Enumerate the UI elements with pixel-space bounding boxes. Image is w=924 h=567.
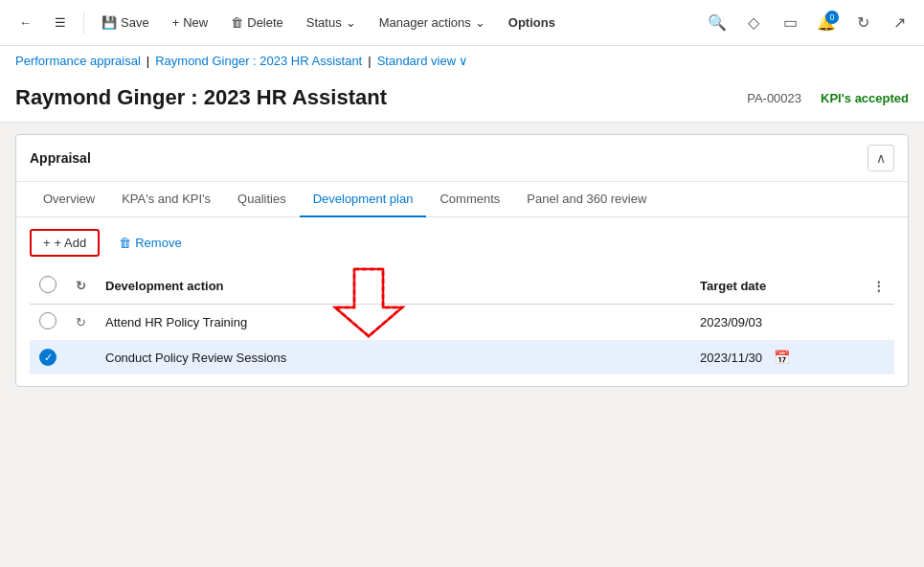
toolbar: ← ☰ 💾 Save + New 🗑 Delete Status ⌄ Manag… <box>0 0 924 46</box>
delete-button[interactable]: 🗑 Delete <box>221 11 293 34</box>
panel-button[interactable]: ▭ <box>775 8 805 38</box>
new-button[interactable]: + New <box>163 11 218 34</box>
record-id: PA-00023 <box>747 91 801 105</box>
page-meta: PA-00023 KPI's accepted <box>747 91 909 105</box>
card-title: Appraisal <box>30 150 91 166</box>
status-badge: KPI's accepted <box>821 91 909 105</box>
main-content: Appraisal ∧ Overview KPA's and KPI's Qua… <box>0 123 924 398</box>
add-button[interactable]: + + Add <box>30 229 100 257</box>
expand-button[interactable]: ↗ <box>884 8 914 38</box>
more-icon[interactable]: ⋮ <box>872 279 885 293</box>
collapse-icon: ∧ <box>876 150 886 166</box>
col-header-check <box>30 268 66 305</box>
col-header-sync: ↻ <box>66 268 96 305</box>
row1-sync-icon: ↻ <box>76 315 86 329</box>
row2-check[interactable]: ✓ <box>30 341 66 374</box>
row2-check-circle[interactable]: ✓ <box>39 349 56 366</box>
row1-check-circle[interactable] <box>39 312 56 329</box>
status-chevron-icon: ⌄ <box>346 15 356 30</box>
menu-button[interactable]: ☰ <box>45 11 76 34</box>
options-button[interactable]: Options <box>499 11 565 34</box>
remove-button[interactable]: 🗑 Remove <box>107 231 192 255</box>
collapse-button[interactable]: ∧ <box>868 145 894 171</box>
tab-panel-360[interactable]: Panel and 360 review <box>513 182 660 217</box>
refresh-icon: ↻ <box>857 13 869 32</box>
delete-icon: 🗑 <box>231 15 243 30</box>
separator-1 <box>83 11 84 34</box>
search-icon: 🔍 <box>708 13 727 32</box>
back-button[interactable]: ← <box>10 11 41 34</box>
refresh-button[interactable]: ↻ <box>847 8 878 38</box>
breadcrumb: Performance appraisal | Raymond Ginger :… <box>0 46 924 76</box>
save-button[interactable]: 💾 Save <box>92 11 159 34</box>
page-header: Raymond Ginger : 2023 HR Assistant PA-00… <box>0 76 924 123</box>
row2-target-date[interactable]: 2023/11/30 📅 <box>690 341 863 374</box>
page-title: Raymond Ginger : 2023 HR Assistant <box>15 85 747 110</box>
col-header-development-action: Development action <box>96 268 690 305</box>
calendar-icon[interactable]: 📅 <box>774 350 790 365</box>
row1-more <box>863 305 894 341</box>
development-plan-table: ↻ Development action Target date ⋮ <box>30 268 894 374</box>
tab-content-development-plan: + + Add 🗑 Remove ↻ <box>16 217 908 386</box>
tab-overview[interactable]: Overview <box>30 182 108 217</box>
toolbar-right: 🔍 ◇ ▭ 🔔 0 ↻ ↗ <box>702 8 914 38</box>
tab-comments[interactable]: Comments <box>426 182 513 217</box>
remove-trash-icon: 🗑 <box>119 236 131 250</box>
row2-more <box>863 341 894 374</box>
diamond-button[interactable]: ◇ <box>738 8 769 38</box>
manager-actions-chevron-icon: ⌄ <box>475 15 485 30</box>
sync-icon: ↻ <box>76 279 86 293</box>
tabs-bar: Overview KPA's and KPI's Qualities Devel… <box>16 182 908 217</box>
panel-icon: ▭ <box>783 13 798 32</box>
new-plus-icon: + <box>172 15 180 30</box>
row1-target-date[interactable]: 2023/09/03 <box>690 305 863 341</box>
tab-qualities[interactable]: Qualities <box>224 182 300 217</box>
notify-button[interactable]: 🔔 0 <box>811 8 842 38</box>
card-header: Appraisal ∧ <box>16 135 908 182</box>
tab-kpa-kpi[interactable]: KPA's and KPI's <box>108 182 224 217</box>
col-header-more: ⋮ <box>863 268 894 305</box>
breadcrumb-record-name[interactable]: Raymond Ginger : 2023 HR Assistant <box>155 54 362 68</box>
row1-check[interactable] <box>30 305 66 341</box>
action-bar: + + Add 🗑 Remove <box>30 229 894 257</box>
table-row: ↻ Attend HR Policy Training 2023/09/03 <box>30 305 894 341</box>
breadcrumb-view[interactable]: Standard view ∨ <box>377 54 468 68</box>
view-chevron-icon: ∨ <box>459 54 468 68</box>
diamond-icon: ◇ <box>748 13 759 32</box>
row1-sync: ↻ <box>66 305 96 341</box>
breadcrumb-performance-appraisal[interactable]: Performance appraisal <box>15 54 141 68</box>
row1-development-action[interactable]: Attend HR Policy Training <box>96 305 690 341</box>
table-row: ✓ Conduct Policy Review Sessions 2023/11… <box>30 341 894 374</box>
add-plus-icon: + <box>43 236 51 250</box>
status-button[interactable]: Status ⌄ <box>297 11 366 34</box>
menu-icon: ☰ <box>55 15 66 30</box>
breadcrumb-sep-2: | <box>368 54 371 68</box>
col-header-target-date: Target date <box>690 268 863 305</box>
row2-sync <box>66 341 96 374</box>
search-button[interactable]: 🔍 <box>702 8 732 38</box>
appraisal-card: Appraisal ∧ Overview KPA's and KPI's Qua… <box>15 134 909 387</box>
manager-actions-button[interactable]: Manager actions ⌄ <box>370 11 495 34</box>
table-header-row: ↻ Development action Target date ⋮ <box>30 268 894 305</box>
row2-development-action[interactable]: Conduct Policy Review Sessions <box>96 341 690 374</box>
back-icon: ← <box>19 15 32 30</box>
breadcrumb-sep-1: | <box>146 54 149 68</box>
tab-development-plan[interactable]: Development plan <box>300 182 427 217</box>
header-check-circle[interactable] <box>39 276 56 293</box>
expand-icon: ↗ <box>893 13 906 32</box>
notify-badge: 0 <box>825 11 839 24</box>
save-icon: 💾 <box>101 15 117 30</box>
